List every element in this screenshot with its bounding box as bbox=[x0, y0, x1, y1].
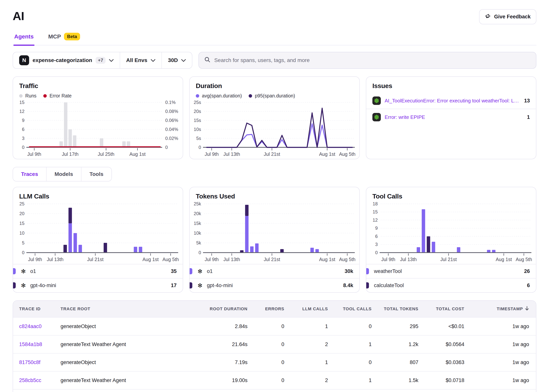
issue-row[interactable]: AI_ToolExecutionError: Error executing t… bbox=[366, 93, 536, 109]
svg-text:Jul 9th: Jul 9th bbox=[381, 257, 395, 262]
trace-row[interactable]: 90605f78generateObject728.00ms010263<$0.… bbox=[13, 389, 536, 392]
column-label: TRACE ID bbox=[19, 307, 41, 311]
time-range-dropdown[interactable]: 30D bbox=[162, 52, 192, 68]
cell-timestamp: 1w ago bbox=[513, 323, 536, 329]
legend-label: Runs bbox=[25, 93, 36, 98]
series-value: 8.4k bbox=[343, 282, 353, 288]
cell-root-duration: 7.19s bbox=[235, 359, 254, 365]
tool-calls-tool-list: weatherTool26calculateTool6 bbox=[366, 264, 536, 292]
cell-total-tokens: 1.5k bbox=[409, 378, 425, 383]
series-color-chip bbox=[366, 282, 369, 288]
timestamp-link[interactable]: 1w ago bbox=[513, 378, 529, 383]
page-title: AI bbox=[13, 9, 24, 23]
cell-timestamp: 1w ago bbox=[513, 378, 536, 383]
traffic-legend: RunsError Rate bbox=[19, 93, 177, 98]
series-color-chip bbox=[190, 282, 192, 288]
timestamp-link[interactable]: 1w ago bbox=[513, 323, 529, 329]
svg-text:Jul 17th: Jul 17th bbox=[62, 151, 78, 157]
svg-text:Jul 21st: Jul 21st bbox=[440, 257, 457, 262]
legend-dot bbox=[43, 94, 47, 98]
openai-logo-icon: ✻ bbox=[20, 282, 27, 289]
traffic-card-title: Traffic bbox=[19, 82, 177, 90]
tool-calls-chart: 0369121518Jul 9thJul 13thJul 21stAug 1st… bbox=[366, 200, 536, 264]
tab-mcp[interactable]: MCPBeta bbox=[48, 33, 81, 45]
svg-text:12: 12 bbox=[373, 217, 378, 222]
column-label: TOTAL TOKENS bbox=[384, 307, 418, 311]
series-label: calculateTool bbox=[374, 282, 527, 288]
trace-id-link[interactable]: 81750c8f bbox=[19, 359, 40, 365]
series-label: gpt-4o-mini bbox=[207, 282, 343, 288]
trace-row[interactable]: 81750c8fgenerateObject7.19s010807$0.0363… bbox=[13, 353, 536, 371]
trace-row[interactable]: 1584a1b8generateText Weather Agent21.64s… bbox=[13, 335, 536, 353]
issue-link[interactable]: AI_ToolExecutionError: Error executing t… bbox=[385, 98, 520, 104]
svg-text:Jul 9th: Jul 9th bbox=[28, 257, 42, 262]
tab-traces[interactable]: Traces bbox=[13, 167, 46, 181]
legend-row-gpt-4o-mini[interactable]: ✻gpt-4o-mini8.4k bbox=[190, 278, 359, 292]
column-label: TIMESTAMP bbox=[497, 307, 523, 311]
svg-text:Aug 5th: Aug 5th bbox=[339, 151, 356, 157]
env-dropdown[interactable]: All Envs bbox=[120, 52, 162, 68]
legend-row-calculateTool[interactable]: calculateTool6 bbox=[366, 278, 536, 292]
legend-item: Runs bbox=[19, 93, 36, 98]
cell-total-tokens: 1.2k bbox=[409, 342, 425, 347]
filter-controls: N expense-categorization +7 All Envs 30D bbox=[13, 52, 192, 69]
legend-row-o1[interactable]: ✻o135 bbox=[13, 264, 183, 278]
node-app-icon bbox=[372, 113, 381, 121]
llm-calls-model-list: ✻o135✻gpt-4o-mini17 bbox=[13, 264, 183, 292]
chevron-down-icon bbox=[181, 57, 186, 63]
legend-row-o1[interactable]: ✻o130k bbox=[190, 264, 359, 278]
legend-label: p95(span.duration) bbox=[255, 93, 295, 98]
svg-text:3: 3 bbox=[375, 242, 378, 247]
search-input[interactable] bbox=[214, 57, 531, 63]
cell-total-cost: $0.0718 bbox=[446, 378, 471, 383]
legend-row-gpt-4o-mini[interactable]: ✻gpt-4o-mini17 bbox=[13, 278, 183, 292]
tool-calls-card: Tool Calls 0369121518Jul 9thJul 13thJul … bbox=[366, 187, 536, 293]
trace-id-link[interactable]: 1584a1b8 bbox=[19, 342, 42, 347]
column-header-timestamp[interactable]: TIMESTAMP bbox=[497, 301, 536, 317]
timestamp-link[interactable]: 1w ago bbox=[513, 359, 529, 365]
issue-link[interactable]: Error: write EPIPE bbox=[385, 114, 523, 120]
green-gem-icon bbox=[374, 115, 379, 120]
svg-text:0.08%: 0.08% bbox=[165, 109, 178, 114]
series-label: weatherTool bbox=[374, 268, 524, 274]
issue-row[interactable]: Error: write EPIPE1 bbox=[366, 109, 536, 125]
trace-row[interactable]: 258cb5ccgenerateText Weather Agent19.00s… bbox=[13, 371, 536, 389]
timestamp-link[interactable]: 1w ago bbox=[513, 342, 529, 347]
project-dropdown[interactable]: N expense-categorization +7 bbox=[13, 52, 120, 68]
chevron-down-icon bbox=[151, 57, 155, 63]
tab-models[interactable]: Models bbox=[46, 167, 81, 181]
tab-tools[interactable]: Tools bbox=[81, 167, 112, 181]
trace-id-link[interactable]: c824aac0 bbox=[19, 323, 42, 329]
cell-timestamp: 1w ago bbox=[513, 342, 536, 347]
trace-id-link[interactable]: 258cb5cc bbox=[19, 378, 41, 383]
svg-text:6: 6 bbox=[375, 233, 378, 239]
series-label: o1 bbox=[207, 268, 345, 274]
svg-text:Jul 13th: Jul 13th bbox=[223, 257, 240, 262]
legend-dot bbox=[249, 94, 252, 98]
cell-llm-calls: 2 bbox=[325, 342, 335, 347]
svg-text:20k: 20k bbox=[194, 211, 201, 216]
svg-text:Jul 21st: Jul 21st bbox=[87, 257, 104, 262]
give-feedback-button[interactable]: Give Feedback bbox=[479, 9, 536, 24]
svg-text:15: 15 bbox=[19, 221, 25, 226]
svg-text:0: 0 bbox=[199, 145, 201, 150]
table-header: TRACE IDTRACE ROOTROOT DURATIONERRORSLLM… bbox=[13, 301, 536, 317]
cell-llm-calls: 1 bbox=[325, 359, 335, 365]
cell-trace-id: 1584a1b8 bbox=[13, 342, 42, 347]
svg-text:Jul 13th: Jul 13th bbox=[400, 257, 417, 262]
svg-text:15: 15 bbox=[19, 100, 25, 105]
svg-text:10: 10 bbox=[19, 230, 25, 235]
tab-agents[interactable]: Agents bbox=[14, 33, 35, 45]
megaphone-icon bbox=[485, 13, 491, 21]
column-header-total-tokens: TOTAL TOKENS bbox=[384, 301, 425, 317]
legend-row-weatherTool[interactable]: weatherTool26 bbox=[366, 264, 536, 278]
issues-list: AI_ToolExecutionError: Error executing t… bbox=[366, 93, 536, 125]
trace-row[interactable]: c824aac0generateObject2.84s010295<$0.011… bbox=[13, 317, 536, 335]
svg-text:12: 12 bbox=[19, 109, 25, 114]
sort-desc-icon bbox=[525, 306, 529, 312]
column-label: LLM CALLS bbox=[302, 307, 328, 311]
search-bar bbox=[199, 52, 536, 69]
column-label: TOTAL COST bbox=[436, 307, 464, 311]
chevron-down-icon bbox=[109, 57, 114, 63]
green-gem-icon bbox=[374, 98, 379, 103]
